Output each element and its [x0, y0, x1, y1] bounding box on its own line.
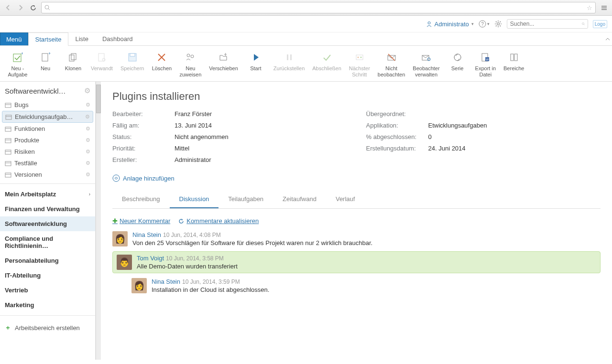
- sidebar-section[interactable]: Finanzen und Verwaltung: [0, 202, 95, 216]
- field-label: Status:: [112, 133, 175, 140]
- field-value: Mittel: [175, 145, 189, 152]
- sidebar-tree-item[interactable]: Bugs⚙: [2, 99, 93, 110]
- comment-text: Installation in der Cloud ist abgeschlos…: [152, 286, 601, 293]
- tab-dashboard[interactable]: Dashboard: [96, 32, 140, 45]
- toolbar-series[interactable]: Serie: [446, 50, 470, 78]
- svg-rect-28: [130, 54, 135, 56]
- toolbar-watchers[interactable]: Beobachter verwalten: [411, 50, 441, 78]
- sidebar-tree-item[interactable]: Risiken⚙: [2, 146, 93, 157]
- sidebar-tree-header[interactable]: Softwareentwickl… ⚙: [0, 82, 95, 99]
- forward-button[interactable]: [16, 3, 25, 12]
- folder-icon: [5, 160, 11, 167]
- tab-liste[interactable]: Liste: [68, 32, 95, 45]
- user-menu[interactable]: Administrato ▾: [426, 21, 474, 28]
- search-box[interactable]: [507, 19, 588, 29]
- gear-icon: [494, 20, 502, 28]
- gear-icon[interactable]: ⚙: [86, 137, 90, 143]
- gear-icon[interactable]: ⚙: [84, 86, 90, 95]
- search-input[interactable]: [510, 21, 582, 27]
- browser-menu-icon[interactable]: [600, 3, 608, 12]
- svg-point-36: [357, 57, 359, 58]
- sidebar-tree-item[interactable]: Produkte⚙: [2, 135, 93, 146]
- svg-rect-21: [42, 54, 48, 61]
- new-comment-link[interactable]: ✚ Neuer Kommentar: [112, 217, 170, 225]
- gear-icon[interactable]: ⚙: [86, 149, 90, 155]
- folder-move-icon: [217, 51, 230, 64]
- svg-line-16: [500, 21, 501, 22]
- subtab-verlauf[interactable]: Verlauf: [326, 191, 364, 208]
- toolbar-play[interactable]: Start: [244, 50, 268, 78]
- comment-author[interactable]: Nina Stein: [152, 278, 180, 285]
- toolbar-check-new[interactable]: +Neu - Aufgabe: [6, 50, 30, 78]
- svg-rect-46: [511, 54, 514, 61]
- subtab-diskussion[interactable]: Diskussion: [170, 191, 219, 208]
- sidebar-section[interactable]: Vertrieb: [0, 283, 95, 298]
- subtab-teilaufgaben[interactable]: Teilaufgaben: [219, 191, 273, 208]
- toolbar-docs[interactable]: Klonen: [61, 50, 85, 78]
- refresh-comments-link[interactable]: Kommentare aktualisieren: [178, 217, 259, 225]
- url-input[interactable]: [50, 4, 587, 11]
- help-button[interactable]: ? ▾: [479, 20, 490, 28]
- record-main: Plugins installieren Bearbeiter:Franz Fö…: [101, 82, 612, 360]
- url-bar[interactable]: ☆: [41, 2, 596, 13]
- user-icon: [426, 21, 432, 27]
- field-value: 0: [428, 133, 432, 140]
- series-icon: [451, 51, 464, 64]
- gear-icon[interactable]: ⚙: [86, 126, 90, 132]
- sidebar-tree-item[interactable]: Versionen⚙: [2, 169, 93, 180]
- toolbar-delete[interactable]: Löschen: [150, 50, 174, 78]
- field-row: Übergeordnet:: [366, 110, 601, 118]
- subtabs: BeschreibungDiskussionTeilaufgabenZeitau…: [112, 191, 601, 209]
- tab-startseite[interactable]: Startseite: [28, 32, 69, 46]
- sidebar-tree-item[interactable]: Testfälle⚙: [2, 158, 93, 169]
- field-row: Erstellungsdatum:24. Juni 2014: [366, 145, 601, 152]
- toolbar-export[interactable]: WExport in Datei: [473, 50, 498, 78]
- svg-point-17: [582, 23, 584, 25]
- sidebar-scrollbar[interactable]: [96, 82, 101, 360]
- gear-icon[interactable]: ⚙: [85, 114, 90, 120]
- gear-icon[interactable]: ⚙: [86, 160, 90, 166]
- reload-button[interactable]: [29, 3, 37, 12]
- sidebar-tree-item[interactable]: Funktionen⚙: [2, 123, 93, 134]
- settings-button[interactable]: [494, 20, 502, 28]
- svg-rect-52: [5, 127, 11, 131]
- menu-button[interactable]: Menü: [0, 32, 28, 45]
- svg-rect-47: [514, 54, 517, 61]
- search-icon: [582, 21, 585, 27]
- field-row: Priorität:Mittel: [112, 145, 347, 152]
- svg-text:+: +: [48, 52, 51, 56]
- subtab-zeitaufwand[interactable]: Zeitaufwand: [273, 191, 326, 208]
- field-label: Ersteller:: [112, 156, 175, 163]
- toolbar-folder-move[interactable]: Verschieben: [207, 50, 240, 78]
- toolbar-unwatch[interactable]: Nicht beobachten: [376, 50, 407, 78]
- field-row: Fällig am:13. Juni 2014: [112, 122, 347, 129]
- gear-icon[interactable]: ⚙: [86, 102, 90, 108]
- comment-author[interactable]: Tom Voigt: [137, 255, 164, 262]
- toolbar-panels[interactable]: Bereiche: [502, 50, 526, 78]
- svg-point-37: [360, 57, 361, 58]
- sidebar-section[interactable]: Marketing: [0, 298, 95, 312]
- gear-icon[interactable]: ⚙: [86, 171, 90, 178]
- field-label: Übergeordnet:: [366, 110, 428, 118]
- chevron-down-icon: ▾: [471, 21, 474, 26]
- toolbar-people[interactable]: Neu zuweisen: [177, 50, 203, 78]
- subtab-beschreibung[interactable]: Beschreibung: [112, 191, 170, 208]
- add-attachment-link[interactable]: Anlage hinzufügen: [112, 174, 601, 182]
- comment-author[interactable]: Nina Stein: [132, 231, 161, 238]
- toolbar: +Neu - Aufgabe+NeuKlonenVerwandtSpeicher…: [0, 46, 612, 82]
- sidebar-section[interactable]: Softwareentwicklung: [0, 216, 95, 231]
- sidebar-tree-item[interactable]: Etwicklungsaufgab…⚙: [2, 111, 93, 123]
- create-workspace-button[interactable]: ＋ Arbeitsbereich erstellen: [0, 319, 95, 337]
- content: Softwareentwickl… ⚙ Bugs⚙Etwicklungsaufg…: [0, 82, 612, 360]
- sidebar-section[interactable]: Compliance und Richtlinienin…: [0, 231, 95, 253]
- back-button[interactable]: [4, 3, 12, 12]
- toolbar-doc-new[interactable]: +Neu: [33, 50, 57, 78]
- bookmark-star-icon[interactable]: ☆: [587, 4, 592, 11]
- svg-line-39: [388, 54, 395, 61]
- svg-point-62: [113, 175, 120, 182]
- sidebar: Softwareentwickl… ⚙ Bugs⚙Etwicklungsaufg…: [0, 82, 96, 360]
- collapse-tabs-button[interactable]: [603, 32, 612, 45]
- sidebar-section[interactable]: IT-Abteilung: [0, 268, 95, 283]
- sidebar-section[interactable]: Personalabteilung: [0, 253, 95, 268]
- sidebar-section[interactable]: Mein Arbeitsplatz›: [0, 187, 95, 202]
